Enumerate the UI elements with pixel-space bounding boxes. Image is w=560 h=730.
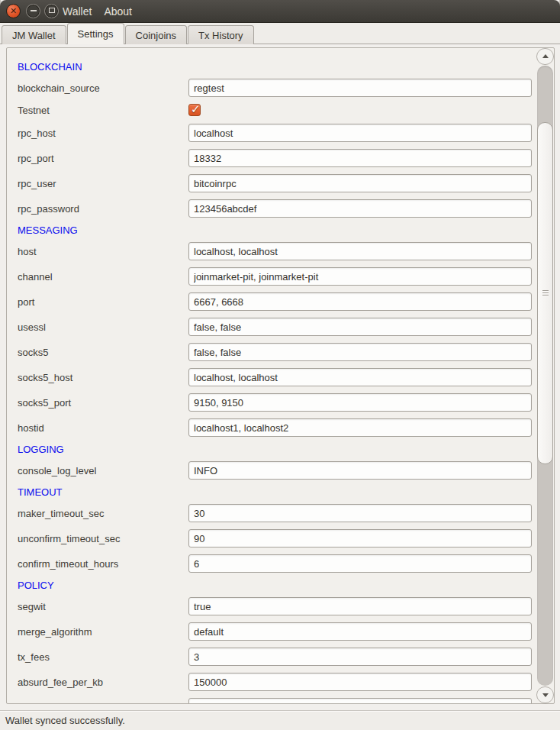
menu-item-about[interactable]: About [102,5,134,18]
section-title-blockchain: BLOCKCHAIN [18,61,536,72]
tabs-container: JM WalletSettingsCoinjoinsTx History [0,23,560,44]
settings-row [18,698,536,703]
field-label: unconfirm_timeout_sec [18,533,188,544]
field-input-segwit[interactable] [188,597,532,615]
field-input-rpc_user[interactable] [188,174,532,192]
settings-row: console_log_level [18,461,536,480]
testnet-checkbox[interactable] [188,104,201,116]
field-input-socks5_port[interactable] [188,393,532,412]
settings-row: port [18,292,536,311]
field-input-rpc_host[interactable] [188,124,532,142]
section-title-messaging: MESSAGING [18,224,536,235]
field-input-port[interactable] [188,292,532,311]
field-label: rpc_password [18,203,188,215]
up-arrow-icon [542,54,549,58]
settings-row: segwit [18,597,536,615]
field-label: maker_timeout_sec [18,508,188,519]
field-label: port [18,296,188,308]
title-bar: ✕ Wallet About [0,0,560,23]
field-label: blockchain_source [18,82,188,94]
scroll-down-button[interactable] [536,686,554,703]
settings-row: blockchain_source [18,79,536,97]
field-label: rpc_port [18,153,188,164]
settings-pane: BLOCKCHAINblockchain_sourceTestnetrpc_ho… [0,44,560,710]
maximize-glyph [49,8,55,13]
field-input-blockchain_source[interactable] [188,79,532,97]
vertical-scrollbar [536,48,554,703]
section-title-logging: LOGGING [18,444,536,454]
tab-settings[interactable]: Settings [67,23,124,44]
app-window: ✕ Wallet About JM WalletSettingsCoinjoin… [0,0,560,730]
field-input-usessl[interactable] [188,318,532,336]
field-input-unconfirm_timeout_sec[interactable] [188,529,532,548]
settings-row: hostid [18,418,536,437]
field-label: merge_algorithm [18,626,188,638]
settings-row: socks5_host [18,368,536,386]
close-icon[interactable]: ✕ [6,4,21,18]
field-label: channel [18,271,188,283]
field-label: console_log_level [18,465,188,476]
settings-row: rpc_host [18,124,536,142]
minimize-icon[interactable] [26,4,40,18]
field-input-partial[interactable] [188,698,532,703]
settings-row: usessl [18,318,536,336]
scroll-up-button[interactable] [536,48,554,65]
settings-row: merge_algorithm [18,622,536,641]
settings-row: rpc_port [18,149,536,167]
field-input-absurd_fee_per_kb[interactable] [188,673,532,691]
field-label: usessl [18,321,188,333]
field-input-channel[interactable] [188,267,532,286]
field-input-rpc_port[interactable] [188,149,532,167]
maximize-icon[interactable] [44,4,59,18]
field-input-socks5_host[interactable] [188,368,532,386]
menu-item-wallet[interactable]: Wallet [61,5,93,18]
field-label: segwit [18,601,188,612]
field-label: Testnet [18,105,188,116]
field-label: hostid [18,422,188,434]
settings-row: unconfirm_timeout_sec [18,529,536,548]
field-input-confirm_timeout_hours[interactable] [188,554,532,573]
settings-row: socks5_port [18,393,536,412]
field-label: socks5 [18,347,188,358]
field-label: socks5_host [18,372,188,383]
field-input-hostid[interactable] [188,418,532,437]
scrollbar-grip-icon [542,290,549,297]
field-input-socks5[interactable] [188,343,532,361]
settings-scroll-area: BLOCKCHAINblockchain_sourceTestnetrpc_ho… [6,47,555,704]
field-label: confirm_timeout_hours [18,558,188,570]
settings-row: maker_timeout_sec [18,504,536,522]
settings-row: rpc_user [18,174,536,192]
tab-tx-history[interactable]: Tx History [188,25,254,44]
field-input-host[interactable] [188,242,532,260]
scrollbar-thumb[interactable] [537,122,553,464]
section-title-policy: POLICY [18,580,536,590]
settings-row: host [18,242,536,260]
settings-row: Testnet [18,104,536,116]
field-label: absurd_fee_per_kb [18,677,188,688]
settings-row: absurd_fee_per_kb [18,673,536,691]
settings-row: rpc_password [18,199,536,218]
tab-bar: JM WalletSettingsCoinjoinsTx History [0,23,560,44]
down-arrow-icon [542,693,549,697]
field-label: rpc_host [18,128,188,139]
settings-form: BLOCKCHAINblockchain_sourceTestnetrpc_ho… [7,48,536,703]
tab-coinjoins[interactable]: Coinjoins [125,25,187,44]
status-message: Wallet synced successfully. [5,715,125,726]
settings-row: socks5 [18,343,536,361]
field-input-tx_fees[interactable] [188,648,532,666]
tab-jm-wallet[interactable]: JM Wallet [2,25,66,44]
menu-bar: Wallet About [61,0,134,22]
field-label: socks5_port [18,397,188,409]
settings-row: channel [18,267,536,286]
field-label: tx_fees [18,651,188,663]
field-input-merge_algorithm[interactable] [188,622,532,641]
settings-row: tx_fees [18,648,536,666]
field-label: rpc_user [18,178,188,189]
field-input-console_log_level[interactable] [188,461,532,480]
status-bar: Wallet synced successfully. [0,710,560,730]
section-title-timeout: TIMEOUT [18,486,536,497]
field-input-rpc_password[interactable] [188,199,532,218]
settings-row: confirm_timeout_hours [18,554,536,573]
field-input-maker_timeout_sec[interactable] [188,504,532,522]
minimize-glyph [31,10,37,11]
